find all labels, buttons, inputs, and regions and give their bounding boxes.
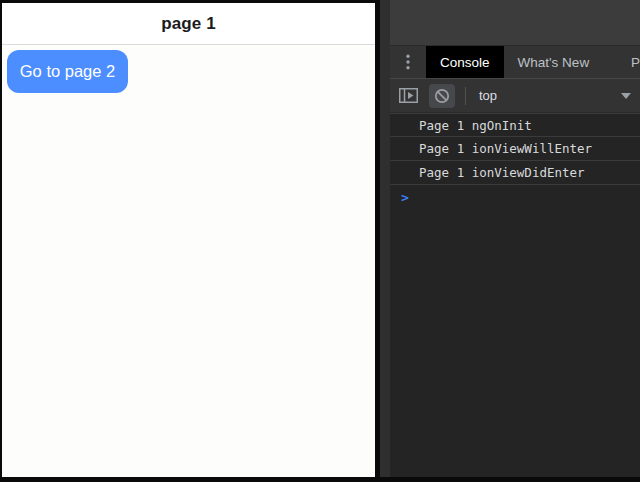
devtools-menu-button[interactable] — [396, 50, 420, 74]
page-title: page 1 — [161, 14, 215, 34]
tab-whats-new-label: What's New — [518, 55, 590, 70]
console-input[interactable]: > — [390, 185, 640, 209]
go-to-page-2-button-label: Go to page 2 — [20, 62, 115, 81]
kebab-menu-icon — [406, 54, 410, 70]
page-scrollbar-track[interactable] — [380, 0, 390, 477]
console-messages-area: Page 1 ngOnInit Page 1 ionViewWillEnter … — [390, 113, 640, 476]
clear-console-button[interactable] — [429, 84, 455, 108]
tab-console[interactable]: Console — [426, 46, 504, 78]
tab-partial[interactable]: P — [631, 46, 640, 78]
tab-console-label: Console — [440, 55, 490, 70]
app-header: page 1 — [2, 3, 375, 45]
devtools-panel: Console What's New P — [390, 0, 640, 477]
console-toolbar: top — [390, 79, 640, 113]
context-selector-label: top — [479, 88, 497, 103]
devtools-top-strip — [390, 0, 640, 46]
show-console-sidebar-button[interactable] — [395, 84, 421, 108]
dropdown-caret-icon — [621, 93, 631, 99]
console-message: Page 1 ngOnInit — [390, 113, 640, 137]
screen: page 1 Go to page 2 Console What's New — [0, 0, 640, 482]
clear-console-icon — [434, 88, 450, 104]
show-console-sidebar-icon — [399, 88, 418, 103]
app-page: page 1 Go to page 2 — [2, 3, 375, 477]
tab-partial-label: P — [631, 55, 640, 70]
console-message: Page 1 ionViewWillEnter — [390, 137, 640, 161]
go-to-page-2-button[interactable]: Go to page 2 — [7, 50, 128, 93]
console-message: Page 1 ionViewDidEnter — [390, 161, 640, 185]
console-prompt-icon: > — [401, 190, 409, 205]
tab-whats-new[interactable]: What's New — [504, 46, 604, 78]
javascript-context-selector[interactable]: top — [466, 79, 640, 112]
devtools-tab-bar: Console What's New P — [390, 46, 640, 79]
